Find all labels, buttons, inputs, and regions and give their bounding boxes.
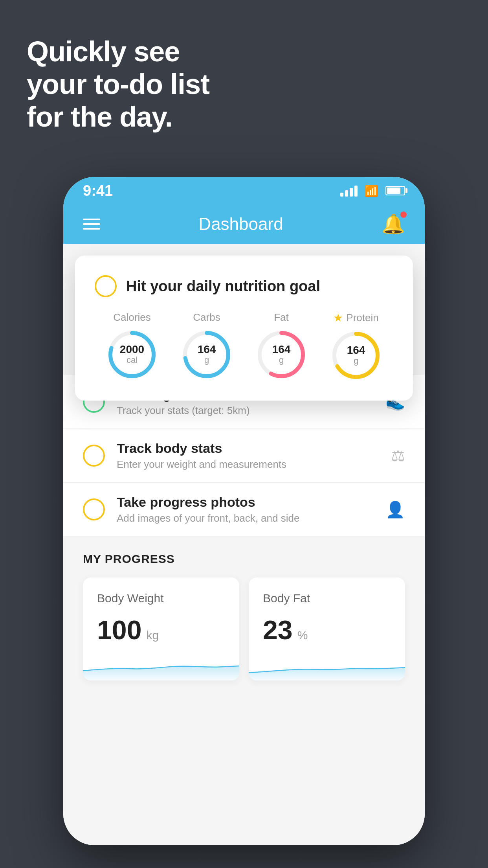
body-weight-chart — [83, 653, 239, 680]
phone-container: 9:41 📶 — [63, 177, 425, 845]
notification-dot — [400, 211, 407, 218]
body-fat-chart — [249, 653, 405, 680]
calories-donut-text: 2000 cal — [120, 344, 144, 365]
macro-protein: ★ Protein 164 g — [330, 311, 382, 381]
hero-text: Quickly see your to-do list for the day. — [27, 35, 209, 133]
fat-value: 164 — [272, 344, 291, 355]
page-background: Quickly see your to-do list for the day.… — [0, 0, 488, 868]
nutrition-checkbox[interactable] — [95, 275, 117, 297]
body-fat-unit: % — [297, 629, 308, 642]
phone-frame: 9:41 📶 — [63, 177, 425, 845]
progress-section-title: MY PROGRESS — [83, 552, 405, 566]
body-fat-value-row: 23 % — [263, 614, 391, 645]
protein-unit: g — [354, 356, 358, 366]
photos-checkbox[interactable] — [83, 498, 105, 520]
body-fat-chart-svg — [249, 653, 405, 680]
protein-donut: 164 g — [330, 330, 382, 381]
carbs-unit: g — [204, 355, 209, 365]
todo-item-photos[interactable]: Take progress photos Add images of your … — [63, 483, 425, 537]
scale-icon: ⚖ — [391, 447, 405, 465]
body-stats-content: Track body stats Enter your weight and m… — [117, 441, 379, 471]
photo-icon: 👤 — [385, 500, 405, 519]
photos-title: Take progress photos — [117, 495, 374, 510]
status-icons: 📶 — [340, 184, 405, 197]
macros-row: Calories 2000 cal — [95, 311, 393, 381]
body-weight-unit: kg — [146, 629, 159, 642]
progress-cards: Body Weight 100 kg — [83, 577, 405, 680]
calories-value: 2000 — [120, 344, 144, 355]
hero-line3: for the day. — [27, 101, 209, 133]
carbs-donut-text: 164 g — [198, 344, 216, 365]
protein-label-row: ★ Protein — [333, 311, 378, 324]
photos-content: Take progress photos Add images of your … — [117, 495, 374, 524]
fat-donut-text: 164 g — [272, 344, 291, 365]
body-fat-value: 23 — [263, 614, 293, 645]
header-title: Dashboard — [198, 214, 283, 234]
body-stats-checkbox[interactable] — [83, 445, 105, 467]
fat-donut: 164 g — [256, 329, 307, 380]
nutrition-card: Hit your daily nutrition goal Calories — [75, 256, 413, 401]
macro-carbs: Carbs 164 g — [181, 311, 232, 380]
notification-bell-button[interactable]: 🔔 — [382, 213, 405, 235]
status-time: 9:41 — [83, 182, 113, 199]
carbs-value: 164 — [198, 344, 216, 355]
progress-section: MY PROGRESS Body Weight 100 kg — [63, 537, 425, 688]
carbs-label: Carbs — [193, 311, 220, 324]
body-fat-card: Body Fat 23 % — [249, 577, 405, 680]
protein-label: Protein — [346, 312, 378, 324]
wifi-icon: 📶 — [365, 184, 378, 197]
body-weight-card: Body Weight 100 kg — [83, 577, 239, 680]
status-bar: 9:41 📶 — [63, 177, 425, 204]
carbs-donut: 164 g — [181, 329, 232, 380]
app-body: THINGS TO DO TODAY Hit your daily nutrit… — [63, 244, 425, 845]
body-fat-card-title: Body Fat — [263, 592, 391, 605]
body-weight-value: 100 — [97, 614, 141, 645]
macro-fat: Fat 164 g — [256, 311, 307, 380]
star-icon: ★ — [333, 311, 343, 324]
protein-donut-text: 164 g — [347, 345, 365, 366]
body-stats-title: Track body stats — [117, 441, 379, 456]
photos-subtitle: Add images of your front, back, and side — [117, 512, 374, 524]
body-weight-value-row: 100 kg — [97, 614, 225, 645]
body-weight-card-title: Body Weight — [97, 592, 225, 605]
todo-item-body-stats[interactable]: Track body stats Enter your weight and m… — [63, 429, 425, 483]
calories-unit: cal — [127, 355, 138, 365]
nutrition-title: Hit your daily nutrition goal — [126, 278, 320, 295]
calories-label: Calories — [113, 311, 150, 324]
hamburger-menu-icon[interactable] — [83, 219, 100, 230]
nutrition-card-header: Hit your daily nutrition goal — [95, 275, 393, 297]
body-weight-chart-svg — [83, 653, 239, 680]
hero-line1: Quickly see — [27, 35, 209, 68]
running-subtitle: Track your stats (target: 5km) — [117, 405, 374, 417]
app-header: Dashboard 🔔 — [63, 204, 425, 244]
calories-donut: 2000 cal — [106, 329, 158, 380]
hero-line2: your to-do list — [27, 68, 209, 101]
fat-unit: g — [279, 355, 284, 365]
fat-label: Fat — [274, 311, 289, 324]
protein-value: 164 — [347, 345, 365, 356]
battery-icon — [385, 186, 405, 195]
body-stats-subtitle: Enter your weight and measurements — [117, 458, 379, 471]
signal-bars-icon — [340, 185, 358, 197]
macro-calories: Calories 2000 cal — [106, 311, 158, 380]
